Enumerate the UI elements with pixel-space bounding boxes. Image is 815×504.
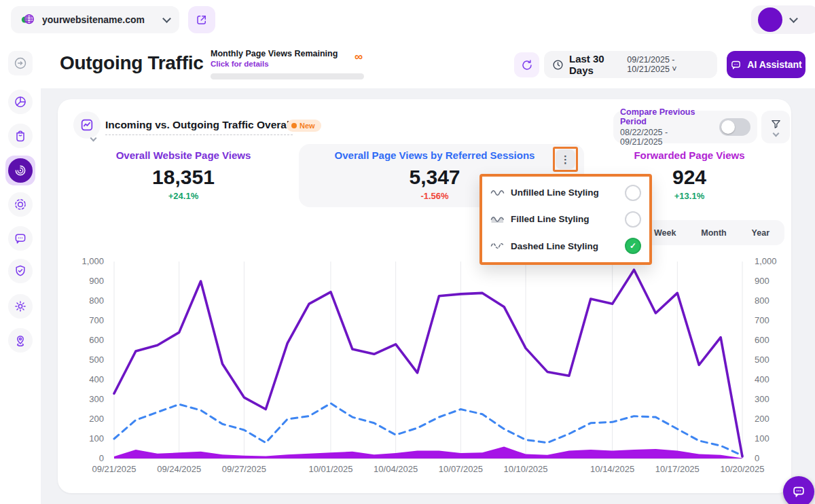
sidebar-item-locations[interactable] bbox=[8, 328, 33, 353]
globe-icon bbox=[20, 12, 35, 27]
topbar: yourwebsitename.com bbox=[0, 0, 815, 40]
sidebar-item-messages[interactable] bbox=[8, 226, 33, 251]
quota-label: Monthly Page Views Remaining bbox=[211, 49, 364, 58]
y-tick-label: 1,000 bbox=[82, 255, 104, 268]
card-title[interactable]: Incoming vs. Outgoing Traffic Overall bbox=[105, 119, 293, 135]
series-line-0 bbox=[114, 270, 742, 456]
site-domain: yourwebsitename.com bbox=[42, 14, 156, 25]
traffic-overview-card: Incoming vs. Outgoing Traffic Overall Ne… bbox=[58, 99, 791, 493]
series-area-2 bbox=[114, 447, 742, 458]
new-badge: New bbox=[287, 120, 321, 132]
y-tick-label: 100 bbox=[755, 433, 769, 445]
line-chart-icon bbox=[79, 118, 94, 132]
radio-unchecked[interactable] bbox=[625, 211, 641, 228]
annotation-highlight-kebab: ⋮ bbox=[553, 147, 578, 172]
sidebar-item-security[interactable] bbox=[8, 259, 33, 283]
compare-toggle[interactable] bbox=[719, 118, 750, 136]
filter-button[interactable] bbox=[761, 111, 790, 143]
shopping-bag-icon bbox=[14, 129, 27, 143]
chevron-down-icon bbox=[772, 130, 779, 137]
infinity-icon: ∞ bbox=[355, 50, 363, 64]
refresh-button[interactable] bbox=[514, 52, 539, 77]
y-tick-label: 400 bbox=[89, 374, 104, 386]
granularity-week[interactable]: Week bbox=[654, 228, 676, 238]
y-tick-label: 800 bbox=[89, 295, 104, 307]
sidebar-item-store[interactable] bbox=[8, 124, 33, 148]
metric-label[interactable]: Overall Page Views by Referred Sessions bbox=[323, 149, 547, 161]
y-tick-label: 300 bbox=[89, 393, 104, 406]
kebab-menu-button[interactable]: ⋮ bbox=[556, 149, 575, 169]
y-tick-label: 500 bbox=[89, 354, 104, 366]
date-preset-label: Last 30 Days bbox=[569, 53, 620, 76]
quota-details-link[interactable]: Click for details bbox=[211, 60, 364, 68]
y-tick-label: 0 bbox=[755, 452, 759, 465]
ai-assistant-label: AI Assistant bbox=[747, 59, 801, 70]
page-header: Outgoing Traffic Monthly Page Views Rema… bbox=[41, 39, 815, 88]
radio-unchecked[interactable] bbox=[625, 185, 641, 201]
y-tick-label: 200 bbox=[755, 413, 769, 425]
line-style-menu: Unfilled Line Styling Filled Line Stylin… bbox=[479, 174, 652, 265]
clock-icon bbox=[552, 59, 564, 71]
radio-checked[interactable]: ✓ bbox=[625, 238, 641, 254]
external-link-icon bbox=[196, 14, 208, 26]
sidebar-item-analytics[interactable] bbox=[8, 90, 33, 114]
scan-circle-icon bbox=[14, 198, 27, 211]
chat-bubble-icon bbox=[730, 59, 742, 71]
granularity-year[interactable]: Year bbox=[752, 228, 769, 238]
x-tick-label: 10/07/2025 bbox=[439, 464, 483, 474]
ai-assistant-button[interactable]: AI Assistant bbox=[727, 51, 805, 78]
menu-item-dashed-line[interactable]: Dashed Line Styling ✓ bbox=[482, 233, 649, 259]
chart-type-button[interactable] bbox=[73, 111, 101, 139]
avatar bbox=[758, 7, 782, 32]
filled-area-icon bbox=[490, 215, 511, 224]
sidebar bbox=[0, 39, 41, 504]
pie-chart-icon bbox=[14, 95, 27, 109]
quota-progress-bar bbox=[211, 73, 364, 79]
y-tick-label: 300 bbox=[755, 393, 769, 406]
sidebar-item-tracking[interactable] bbox=[8, 192, 33, 217]
sidebar-item-collapse[interactable] bbox=[8, 51, 33, 75]
toggle-knob bbox=[721, 120, 735, 134]
x-tick-label: 09/21/2025 bbox=[92, 464, 136, 474]
chat-bubble-icon bbox=[14, 232, 27, 245]
metric-value: 18,351 bbox=[75, 166, 292, 189]
granularity-switch: Week Month Year bbox=[639, 220, 784, 245]
metric-label[interactable]: Forwarded Page Views bbox=[594, 149, 784, 161]
funnel-icon bbox=[770, 118, 782, 130]
site-selector[interactable]: yourwebsitename.com bbox=[11, 6, 179, 33]
y-tick-label: 900 bbox=[89, 275, 104, 287]
y-tick-label: 1,000 bbox=[755, 255, 777, 268]
x-tick-label: 10/04/2025 bbox=[374, 464, 418, 474]
y-tick-label: 0 bbox=[99, 452, 104, 465]
x-tick-label: 10/20/2025 bbox=[720, 464, 764, 474]
x-tick-label: 10/01/2025 bbox=[308, 464, 352, 474]
metric-overall-page-views: Overall Website Page Views 18,351 +24.1% bbox=[75, 149, 292, 201]
radar-swirl-icon bbox=[8, 158, 33, 183]
chevron-down-icon bbox=[90, 135, 97, 142]
open-site-button[interactable] bbox=[188, 6, 215, 33]
wave-line-icon bbox=[490, 188, 511, 198]
account-menu[interactable] bbox=[751, 5, 815, 34]
x-axis: 09/21/202509/24/202509/27/202510/01/2025… bbox=[114, 464, 742, 478]
y-tick-label: 100 bbox=[89, 433, 104, 445]
date-range-picker[interactable]: Last 30 Days 09/21/2025 - 10/21/2025 ˅ bbox=[544, 51, 717, 78]
y-tick-label: 700 bbox=[89, 314, 104, 327]
sidebar-item-settings[interactable] bbox=[8, 294, 33, 319]
quota-widget: Monthly Page Views Remaining Click for d… bbox=[211, 49, 364, 79]
dot-icon bbox=[291, 123, 297, 128]
sidebar-item-traffic[interactable] bbox=[5, 156, 35, 185]
compare-range: 08/22/2025 - 09/21/2025 bbox=[620, 128, 712, 147]
x-tick-label: 10/10/2025 bbox=[503, 464, 547, 474]
support-chat-button[interactable] bbox=[783, 476, 814, 504]
series-line-1 bbox=[114, 403, 742, 456]
metric-label[interactable]: Overall Website Page Views bbox=[75, 149, 292, 161]
y-tick-label: 600 bbox=[89, 334, 104, 346]
menu-item-unfilled-line[interactable]: Unfilled Line Styling bbox=[482, 180, 649, 206]
y-axis-left: 1,0009008007006005004003002001000 bbox=[63, 255, 104, 465]
x-tick-label: 09/24/2025 bbox=[157, 464, 201, 474]
x-tick-label: 09/27/2025 bbox=[222, 464, 266, 474]
granularity-month[interactable]: Month bbox=[701, 228, 726, 238]
menu-item-filled-line[interactable]: Filled Line Styling bbox=[482, 206, 649, 232]
date-range-value: 09/21/2025 - 10/21/2025 ˅ bbox=[627, 55, 709, 74]
refresh-icon bbox=[521, 59, 533, 71]
